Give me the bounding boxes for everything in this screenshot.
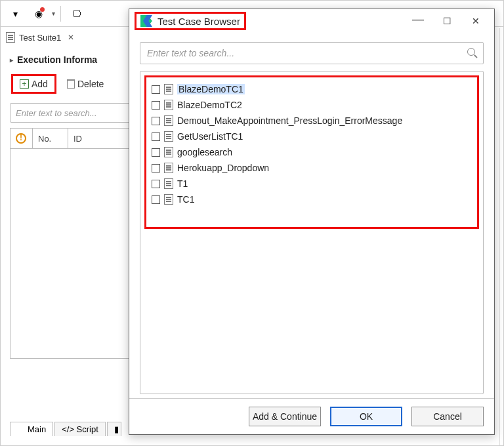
highlight-tree: BlazeDemoTC1 BlazeDemoTC2 Demout_MakeApp… [144, 75, 479, 229]
tree-item[interactable]: T1 [152, 176, 472, 192]
window-maximize-button[interactable]: ☐ [432, 11, 461, 31]
test-case-browser-dialog: Test Case Browser — ☐ ✕ BlazeDemoTC1 Bla… [129, 9, 495, 435]
tree-item[interactable]: BlazeDemoTC1 [152, 81, 472, 97]
tab-script[interactable]: </> Script [54, 422, 106, 436]
highlight-add: + Add [11, 74, 56, 94]
checkbox[interactable] [152, 101, 160, 110]
testcase-icon [164, 178, 173, 189]
search-icon[interactable] [467, 48, 478, 58]
tree-item[interactable]: GetUserListTC1 [152, 129, 472, 144]
tree-item-label: T1 [177, 178, 188, 189]
tree-item[interactable]: Demout_MakeAppointment_PressLogin_ErrorM… [152, 113, 472, 129]
add-label: Add [32, 79, 48, 89]
window-close-button[interactable]: ✕ [461, 11, 490, 31]
tree-item[interactable]: BlazeDemoTC2 [152, 97, 472, 113]
add-continue-button[interactable]: Add & Continue [249, 407, 321, 426]
tree-item-label: Herokuapp_Dropdown [177, 163, 269, 173]
cancel-button[interactable]: Cancel [411, 407, 484, 426]
checkbox[interactable] [152, 117, 160, 125]
tree-item-label: BlazeDemoTC2 [177, 100, 242, 110]
add-button[interactable]: + Add [16, 77, 52, 91]
tree-item[interactable]: Herokuapp_Dropdown [152, 160, 472, 176]
tree-item-label: GetUserListTC1 [177, 131, 243, 142]
tab-main[interactable]: Main [10, 422, 53, 436]
section-label: Execution Informa [17, 54, 97, 65]
katalon-icon [140, 15, 152, 27]
checkbox[interactable] [152, 180, 160, 188]
chevron-right-icon: ▸ [10, 56, 13, 64]
tab-more[interactable]: ▮ [107, 422, 121, 436]
tree-item[interactable]: TC1 [152, 192, 472, 207]
checkbox[interactable] [152, 132, 160, 141]
testcase-icon [164, 194, 173, 205]
editor-tab-label[interactable]: Test Suite1 [19, 33, 61, 43]
delete-button[interactable]: Delete [63, 77, 108, 91]
testcase-icon [164, 100, 173, 110]
bottom-tab-bar: Main </> Script ▮ [10, 422, 121, 436]
highlight-title: Test Case Browser [135, 12, 246, 30]
tab-script-label: </> Script [62, 424, 98, 434]
checkbox[interactable] [152, 85, 160, 94]
toolbar-desktop-button[interactable]: 🖵 [66, 5, 87, 23]
toolbar-button-generic[interactable]: ▾ [5, 5, 26, 23]
tree-item[interactable]: googlesearch [152, 144, 472, 160]
tree-item-label: TC1 [177, 194, 194, 205]
dialog-footer: Add & Continue OK Cancel [129, 398, 494, 434]
search-input[interactable] [146, 47, 463, 59]
checkbox[interactable] [152, 148, 160, 157]
delete-label: Delete [77, 79, 104, 89]
tree-item-label: BlazeDemoTC1 [177, 84, 245, 94]
window-minimize-button[interactable]: — [404, 11, 432, 31]
plus-icon: + [20, 79, 29, 89]
toolbar-record-button[interactable]: ◉ [28, 5, 49, 23]
tree-item-label: googlesearch [177, 147, 232, 157]
grid-col-warning [10, 129, 33, 148]
checkbox[interactable] [152, 164, 160, 172]
document-icon [6, 32, 15, 43]
document-icon [17, 425, 25, 434]
testcase-icon [164, 163, 173, 173]
testcase-icon [164, 84, 173, 94]
close-icon[interactable]: ✕ [68, 33, 74, 42]
grid-col-no[interactable]: No. [33, 129, 68, 148]
testcase-icon [164, 131, 173, 142]
trash-icon [67, 79, 75, 89]
warning-icon [16, 133, 26, 144]
test-case-tree: BlazeDemoTC1 BlazeDemoTC2 Demout_MakeApp… [140, 71, 484, 394]
tree-item-label: Demout_MakeAppointment_PressLogin_ErrorM… [177, 115, 402, 126]
monitor-icon: 🖵 [72, 9, 81, 19]
testcase-icon [164, 147, 173, 157]
tab-main-label: Main [28, 424, 46, 434]
search-placeholder-bg: Enter text to search... [16, 108, 97, 118]
dialog-title: Test Case Browser [158, 16, 240, 27]
checkbox[interactable] [152, 195, 160, 204]
ok-button[interactable]: OK [330, 407, 402, 426]
search-box [140, 42, 484, 64]
testcase-icon [164, 115, 173, 126]
dialog-title-bar: Test Case Browser — ☐ ✕ [129, 9, 494, 33]
right-divider [499, 28, 503, 445]
